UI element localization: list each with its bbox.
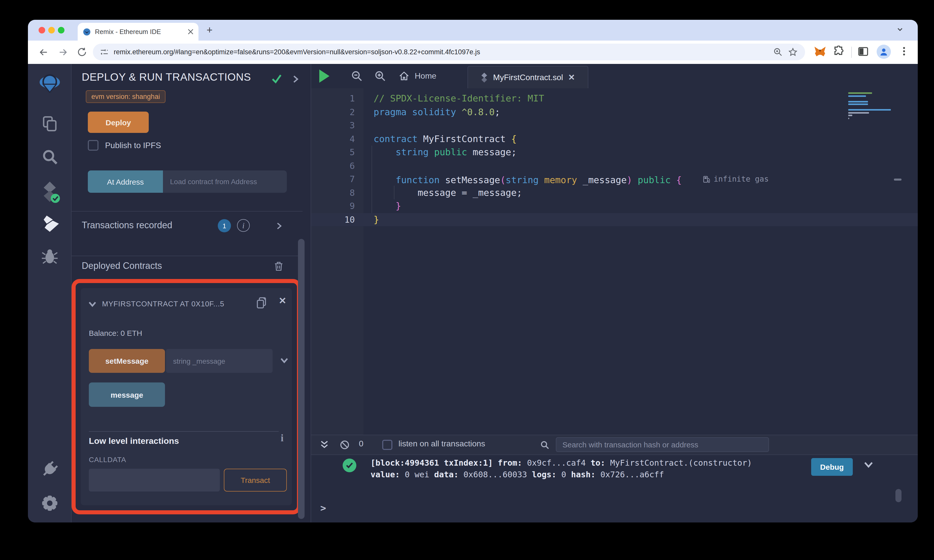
debug-button[interactable]: Debug — [811, 458, 853, 476]
listen-all-label[interactable]: listen on all transactions — [398, 439, 485, 448]
window-close-button[interactable] — [39, 27, 45, 34]
browser-tabstrip: Remix - Ethereum IDE + — [28, 20, 918, 41]
terminal-scrollbar[interactable] — [895, 489, 902, 502]
low-level-info-icon[interactable]: i — [281, 432, 284, 444]
set-message-input[interactable] — [166, 349, 273, 373]
bookmark-star-icon[interactable] — [788, 47, 798, 57]
transactions-expand-chevron-icon[interactable] — [276, 222, 282, 230]
contract-collapse-chevron-icon[interactable] — [88, 300, 97, 308]
window-minimize-button[interactable] — [48, 27, 55, 34]
gas-pump-icon — [703, 175, 710, 183]
extensions-puzzle-icon[interactable] — [833, 46, 845, 57]
tutorial-highlight-box: MYFIRSTCONTRACT AT 0X10F...5 ✕ Balance: … — [72, 279, 301, 514]
editor-minimap[interactable] — [848, 92, 891, 120]
search-icon[interactable] — [40, 148, 59, 166]
code-area[interactable]: 1// SPDX-License-Identifier: MIT2pragma … — [311, 92, 918, 226]
code-editor[interactable]: 1// SPDX-License-Identifier: MIT2pragma … — [311, 88, 918, 435]
window-maximize-button[interactable] — [58, 27, 65, 34]
minimap-line — [848, 117, 849, 119]
panel-expand-chevron-icon[interactable] — [292, 75, 299, 84]
contract-title[interactable]: MYFIRSTCONTRACT AT 0X10F...5 — [102, 300, 250, 308]
zoom-in-icon[interactable] — [374, 70, 386, 82]
transactions-info-icon[interactable]: i — [237, 219, 250, 232]
log-expand-chevron-icon[interactable] — [863, 461, 874, 469]
set-message-expand-chevron-icon[interactable] — [280, 357, 289, 364]
calldata-input[interactable] — [89, 469, 220, 492]
back-icon[interactable] — [38, 47, 49, 58]
code-line: 6 — [311, 159, 918, 172]
reload-icon[interactable] — [77, 47, 87, 57]
tab-home[interactable]: Home — [398, 64, 436, 88]
site-info-icon[interactable] — [100, 48, 109, 56]
publish-ipfs-checkbox[interactable] — [88, 140, 99, 151]
editor-toolbar: Home MyFirstContract.sol ✕ — [311, 64, 918, 88]
divider — [72, 211, 302, 212]
close-tab-icon[interactable]: ✕ — [568, 72, 575, 82]
url-bar[interactable]: remix.ethereum.org/#lang=en&optimize=fal… — [93, 44, 805, 60]
line-number: 1 — [311, 92, 355, 105]
at-address-button[interactable]: At Address — [88, 171, 163, 193]
zoom-page-icon[interactable] — [773, 47, 783, 57]
transact-button[interactable]: Transact — [224, 469, 287, 492]
publish-ipfs-label: Publish to IPFS — [105, 141, 161, 150]
plugin-manager-icon[interactable] — [40, 460, 59, 478]
settings-gear-icon[interactable] — [40, 494, 59, 512]
terminal-search-input[interactable] — [556, 437, 769, 452]
forward-icon[interactable] — [57, 47, 69, 58]
minimap-line — [848, 95, 866, 97]
transaction-log[interactable]: [block:4994361 txIndex:1] from: 0x9cf...… — [371, 457, 807, 480]
browser-toolbar: remix.ethereum.org/#lang=en&optimize=fal… — [28, 41, 918, 64]
remove-contract-icon[interactable]: ✕ — [279, 295, 286, 306]
deploy-run-panel: DEPLOY & RUN TRANSACTIONS evm version: s… — [72, 64, 311, 523]
line-number: 10 — [311, 213, 355, 226]
clear-contracts-trash-icon[interactable] — [273, 261, 284, 272]
terminal-toggle-chevrons-icon[interactable] — [319, 440, 330, 450]
listen-all-checkbox[interactable] — [382, 440, 392, 450]
transactions-recorded-label: Transactions recorded — [82, 220, 172, 230]
line-number: 5 — [311, 146, 355, 159]
line-number: 7 — [311, 172, 355, 186]
metamask-extension-icon[interactable] — [814, 46, 826, 58]
remix-logo-icon[interactable] — [39, 73, 61, 94]
file-explorer-icon[interactable] — [40, 115, 59, 133]
panel-scrollbar[interactable] — [298, 239, 305, 519]
publish-ipfs-row: Publish to IPFS — [88, 140, 161, 151]
home-icon — [398, 71, 410, 82]
message-getter-button[interactable]: message — [89, 383, 165, 407]
deployed-contract-card: MYFIRSTCONTRACT AT 0X10F...5 ✕ Balance: … — [81, 288, 292, 505]
evm-version-badge: evm version: shanghai — [86, 90, 165, 103]
transactions-recorded-row[interactable]: Transactions recorded 1 i — [82, 220, 301, 238]
solidity-file-icon — [481, 72, 488, 83]
minimap-line — [848, 92, 872, 94]
toolbar-divider — [851, 47, 852, 58]
browser-tab[interactable]: Remix - Ethereum IDE — [78, 23, 199, 41]
clear-console-ban-icon[interactable] — [340, 440, 350, 450]
profile-avatar[interactable] — [877, 45, 891, 59]
set-message-button[interactable]: setMessage — [89, 349, 165, 373]
tab-myfirstcontract[interactable]: MyFirstContract.sol ✕ — [467, 66, 588, 88]
line-number: 3 — [311, 119, 355, 132]
new-tab-button[interactable]: + — [207, 25, 213, 36]
deployed-contracts-title: Deployed Contracts — [82, 261, 162, 271]
deploy-run-icon[interactable] — [39, 215, 60, 233]
code-line: 10} — [311, 213, 918, 226]
tab-close-icon[interactable] — [188, 29, 193, 34]
main-area: Home MyFirstContract.sol ✕ 1// SPDX-Lice… — [311, 64, 918, 523]
tab-title: Remix - Ethereum IDE — [95, 28, 184, 35]
sidebar-toggle-icon[interactable] — [857, 46, 869, 57]
calldata-label: CALLDATA — [89, 455, 126, 464]
browser-menu-icon[interactable] — [899, 46, 909, 57]
code-line: 2pragma solidity ^0.8.0; — [311, 105, 918, 119]
zoom-out-icon[interactable] — [351, 70, 363, 82]
at-address-input[interactable] — [163, 171, 287, 193]
copy-address-icon[interactable] — [255, 296, 268, 309]
run-script-play-icon[interactable] — [319, 69, 330, 83]
terminal-prompt[interactable]: > — [320, 502, 326, 513]
code-line: 4contract MyFirstContract { — [311, 132, 918, 146]
tab-search-chevron-icon[interactable] — [897, 26, 903, 33]
scrollbar-decoration[interactable] — [894, 178, 902, 181]
deploy-button[interactable]: Deploy — [88, 112, 149, 133]
solidity-compiler-icon[interactable] — [39, 181, 60, 203]
debugger-bug-icon[interactable] — [40, 248, 59, 265]
line-number: 6 — [311, 159, 355, 172]
